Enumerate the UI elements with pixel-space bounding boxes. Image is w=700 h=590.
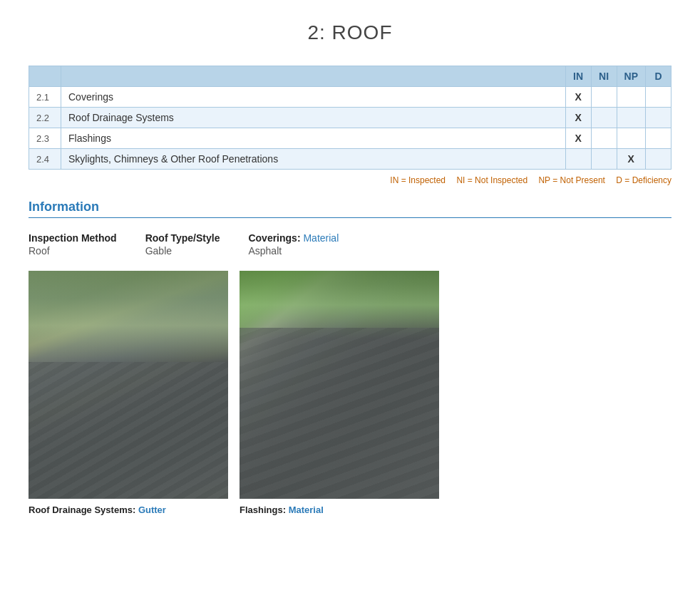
info-label-coverings-prefix: Coverings: bbox=[248, 232, 300, 244]
table-cell-id: 2.3 bbox=[29, 128, 61, 149]
col-header-np: NP bbox=[617, 66, 645, 87]
table-cell-np: X bbox=[617, 149, 645, 170]
table-row: 2.4Skylights, Chimneys & Other Roof Pene… bbox=[29, 149, 671, 170]
legend-ni: NI = Not Inspected bbox=[456, 175, 527, 185]
table-cell-ni bbox=[591, 149, 617, 170]
table-cell-id: 2.4 bbox=[29, 149, 61, 170]
col-header-num bbox=[29, 66, 61, 87]
col-header-ni: NI bbox=[591, 66, 617, 87]
table-cell-in: X bbox=[565, 108, 591, 128]
info-roof-type: Roof Type/Style Gable bbox=[145, 232, 220, 257]
table-cell-d bbox=[646, 108, 671, 128]
table-cell-in: X bbox=[565, 87, 591, 108]
table-cell-label: Roof Drainage Systems bbox=[61, 108, 566, 128]
photo-container-2: Flashings: Material bbox=[240, 271, 439, 515]
table-row: 2.2Roof Drainage SystemsX bbox=[29, 108, 671, 128]
photo-caption-2: Flashings: Material bbox=[240, 504, 439, 515]
table-cell-label: Skylights, Chimneys & Other Roof Penetra… bbox=[61, 149, 566, 170]
col-header-item bbox=[61, 66, 566, 87]
photos-row: Roof Drainage Systems: Gutter Flashings:… bbox=[29, 271, 671, 515]
info-label-coverings-colored: Material bbox=[303, 232, 339, 244]
table-cell-np bbox=[617, 128, 645, 149]
photo-caption-2-plain: Flashings: bbox=[240, 504, 289, 515]
info-value-inspection-method: Roof bbox=[29, 245, 117, 257]
info-label-inspection-method: Inspection Method bbox=[29, 232, 117, 244]
table-row: 2.3FlashingsX bbox=[29, 128, 671, 149]
table-cell-ni bbox=[591, 128, 617, 149]
table-cell-label: Flashings bbox=[61, 128, 566, 149]
info-coverings-material: Coverings: Material Asphalt bbox=[248, 232, 339, 257]
legend-in: IN = Inspected bbox=[390, 175, 446, 185]
table-cell-d bbox=[646, 87, 671, 108]
table-legend: IN = Inspected NI = Not Inspected NP = N… bbox=[29, 175, 671, 185]
roof-photo-1 bbox=[29, 271, 228, 499]
table-cell-id: 2.2 bbox=[29, 108, 61, 128]
table-cell-label: Coverings bbox=[61, 87, 566, 108]
roof-photo-2 bbox=[240, 271, 439, 499]
table-cell-in: X bbox=[565, 128, 591, 149]
legend-d: D = Deficiency bbox=[616, 175, 671, 185]
col-header-in: IN bbox=[565, 66, 591, 87]
photo-caption-1: Roof Drainage Systems: Gutter bbox=[29, 504, 228, 515]
table-cell-d bbox=[646, 128, 671, 149]
table-cell-np bbox=[617, 87, 645, 108]
photo-caption-2-colored: Material bbox=[289, 504, 324, 515]
inspection-table: IN NI NP D 2.1CoveringsX2.2Roof Drainage… bbox=[29, 66, 671, 170]
table-cell-d bbox=[646, 149, 671, 170]
info-value-coverings: Asphalt bbox=[248, 245, 339, 257]
info-grid: Inspection Method Roof Roof Type/Style G… bbox=[29, 232, 671, 257]
table-cell-ni bbox=[591, 87, 617, 108]
table-cell-in bbox=[565, 149, 591, 170]
section-heading-information: Information bbox=[29, 200, 671, 218]
photo-caption-1-plain: Roof Drainage Systems: bbox=[29, 504, 138, 515]
info-inspection-method: Inspection Method Roof bbox=[29, 232, 117, 257]
page-title: 2: ROOF bbox=[29, 21, 671, 44]
col-header-d: D bbox=[646, 66, 671, 87]
photo-caption-1-colored: Gutter bbox=[138, 504, 166, 515]
photo-container-1: Roof Drainage Systems: Gutter bbox=[29, 271, 228, 515]
info-label-coverings: Coverings: Material bbox=[248, 232, 339, 244]
table-cell-ni bbox=[591, 108, 617, 128]
table-header-row: IN NI NP D bbox=[29, 66, 671, 87]
table-cell-id: 2.1 bbox=[29, 87, 61, 108]
table-cell-np bbox=[617, 108, 645, 128]
info-value-roof-type: Gable bbox=[145, 245, 220, 257]
legend-np: NP = Not Present bbox=[538, 175, 605, 185]
info-label-roof-type: Roof Type/Style bbox=[145, 232, 220, 244]
table-row: 2.1CoveringsX bbox=[29, 87, 671, 108]
